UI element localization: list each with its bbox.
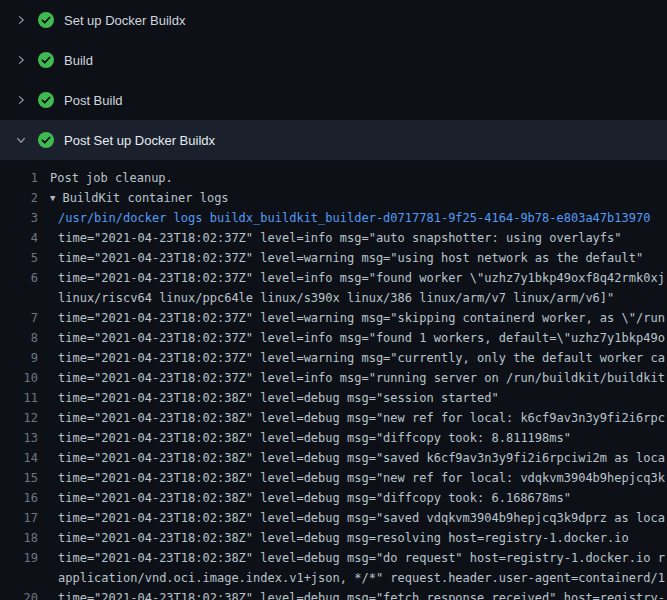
log-text: time="2021-04-23T18:02:37Z" level=warnin… <box>58 251 643 265</box>
log-line: 7 time="2021-04-23T18:02:37Z" level=warn… <box>0 308 667 328</box>
line-number[interactable]: 20 <box>0 588 50 600</box>
line-number[interactable]: 7 <box>0 308 50 328</box>
log-line: 15 time="2021-04-23T18:02:38Z" level=deb… <box>0 468 667 488</box>
log-line: 11 time="2021-04-23T18:02:38Z" level=deb… <box>0 388 667 408</box>
log-text: Post job cleanup. <box>50 171 173 185</box>
line-number[interactable] <box>0 288 50 308</box>
log-line: 16 time="2021-04-23T18:02:38Z" level=deb… <box>0 488 667 508</box>
line-number[interactable]: 5 <box>0 248 50 268</box>
log-line: 19 time="2021-04-23T18:02:38Z" level=deb… <box>0 548 667 568</box>
chevron-right-icon <box>13 12 29 28</box>
section-title: Post Set up Docker Buildx <box>64 133 215 148</box>
log-line: 17 time="2021-04-23T18:02:38Z" level=deb… <box>0 508 667 528</box>
success-check-icon <box>38 132 54 148</box>
log-text: time="2021-04-23T18:02:37Z" level=warnin… <box>58 311 665 325</box>
line-number[interactable]: 14 <box>0 448 50 468</box>
log-line: 12 time="2021-04-23T18:02:38Z" level=deb… <box>0 408 667 428</box>
log-line: 14 time="2021-04-23T18:02:38Z" level=deb… <box>0 448 667 468</box>
log-line: 13 time="2021-04-23T18:02:38Z" level=deb… <box>0 428 667 448</box>
log-line: 2 ▼BuildKit container logs <box>0 188 667 208</box>
log-line: 18 time="2021-04-23T18:02:38Z" level=deb… <box>0 528 667 548</box>
success-check-icon <box>38 92 54 108</box>
log-line: 6 time="2021-04-23T18:02:37Z" level=info… <box>0 268 667 288</box>
log-step-list: Set up Docker Buildx Build Post Buil <box>0 0 667 160</box>
log-text: time="2021-04-23T18:02:37Z" level=info m… <box>58 331 665 345</box>
log-text: /usr/bin/docker logs buildx_buildkit_bui… <box>58 211 650 225</box>
log-text: time="2021-04-23T18:02:38Z" level=debug … <box>58 411 665 425</box>
log-text: time="2021-04-23T18:02:37Z" level=info m… <box>58 271 665 285</box>
log-line: 8 time="2021-04-23T18:02:37Z" level=info… <box>0 328 667 348</box>
log-text: BuildKit container logs <box>62 191 228 205</box>
line-number[interactable]: 16 <box>0 488 50 508</box>
chevron-right-icon <box>13 52 29 68</box>
log-section-header[interactable]: Post Set up Docker Buildx <box>0 120 667 160</box>
log-section-header[interactable]: Post Build <box>0 80 667 120</box>
log-line: 4 time="2021-04-23T18:02:37Z" level=info… <box>0 228 667 248</box>
log-section-header[interactable]: Build <box>0 40 667 80</box>
log-line: 5 time="2021-04-23T18:02:37Z" level=warn… <box>0 248 667 268</box>
line-number[interactable]: 1 <box>0 168 50 188</box>
actions-log-viewer: Set up Docker Buildx Build Post Buil <box>0 0 667 600</box>
log-text: time="2021-04-23T18:02:37Z" level=info m… <box>58 371 665 385</box>
log-section-header[interactable]: Set up Docker Buildx <box>0 0 667 40</box>
line-number[interactable]: 17 <box>0 508 50 528</box>
chevron-down-icon <box>13 132 29 148</box>
success-check-icon <box>38 12 54 28</box>
section-title: Build <box>64 53 93 68</box>
log-text: time="2021-04-23T18:02:38Z" level=debug … <box>58 491 571 505</box>
log-line: 9 time="2021-04-23T18:02:37Z" level=warn… <box>0 348 667 368</box>
line-number[interactable]: 15 <box>0 468 50 488</box>
line-number[interactable]: 11 <box>0 388 50 408</box>
line-number[interactable]: 10 <box>0 368 50 388</box>
log-text: time="2021-04-23T18:02:38Z" level=debug … <box>58 531 629 545</box>
line-number[interactable]: 18 <box>0 528 50 548</box>
log-text: time="2021-04-23T18:02:38Z" level=debug … <box>58 451 665 465</box>
log-line: 3 /usr/bin/docker logs buildx_buildkit_b… <box>0 208 667 228</box>
log-line: application/vnd.oci.image.index.v1+json,… <box>0 568 667 588</box>
log-line: 1 Post job cleanup. <box>0 168 667 188</box>
section-title: Post Build <box>64 93 123 108</box>
log-text: linux/riscv64 linux/ppc64le linux/s390x … <box>58 291 614 305</box>
line-number[interactable]: 3 <box>0 208 50 228</box>
log-text: time="2021-04-23T18:02:38Z" level=debug … <box>58 471 665 485</box>
log-text: time="2021-04-23T18:02:38Z" level=debug … <box>58 431 571 445</box>
group-toggle-icon[interactable]: ▼ <box>50 188 55 208</box>
log-text: time="2021-04-23T18:02:38Z" level=debug … <box>58 591 665 600</box>
log-text: time="2021-04-23T18:02:38Z" level=debug … <box>58 511 665 525</box>
chevron-right-icon <box>13 92 29 108</box>
line-number[interactable]: 9 <box>0 348 50 368</box>
line-number[interactable]: 12 <box>0 408 50 428</box>
line-number[interactable]: 19 <box>0 548 50 568</box>
log-text: time="2021-04-23T18:02:37Z" level=warnin… <box>58 351 665 365</box>
log-text: time="2021-04-23T18:02:38Z" level=debug … <box>58 551 665 565</box>
log-line: 10 time="2021-04-23T18:02:37Z" level=inf… <box>0 368 667 388</box>
log-line: 20 time="2021-04-23T18:02:38Z" level=deb… <box>0 588 667 600</box>
line-number[interactable]: 4 <box>0 228 50 248</box>
log-output: 1 Post job cleanup. 2 ▼BuildKit containe… <box>0 160 667 600</box>
line-number[interactable]: 13 <box>0 428 50 448</box>
line-number[interactable]: 6 <box>0 268 50 288</box>
line-number[interactable] <box>0 568 50 588</box>
line-number[interactable]: 8 <box>0 328 50 348</box>
log-text: time="2021-04-23T18:02:37Z" level=info m… <box>58 231 622 245</box>
section-title: Set up Docker Buildx <box>64 13 185 28</box>
log-line: linux/riscv64 linux/ppc64le linux/s390x … <box>0 288 667 308</box>
line-number[interactable]: 2 <box>0 188 50 208</box>
log-text: time="2021-04-23T18:02:38Z" level=debug … <box>58 391 499 405</box>
log-text: application/vnd.oci.image.index.v1+json,… <box>58 571 667 585</box>
success-check-icon <box>38 52 54 68</box>
